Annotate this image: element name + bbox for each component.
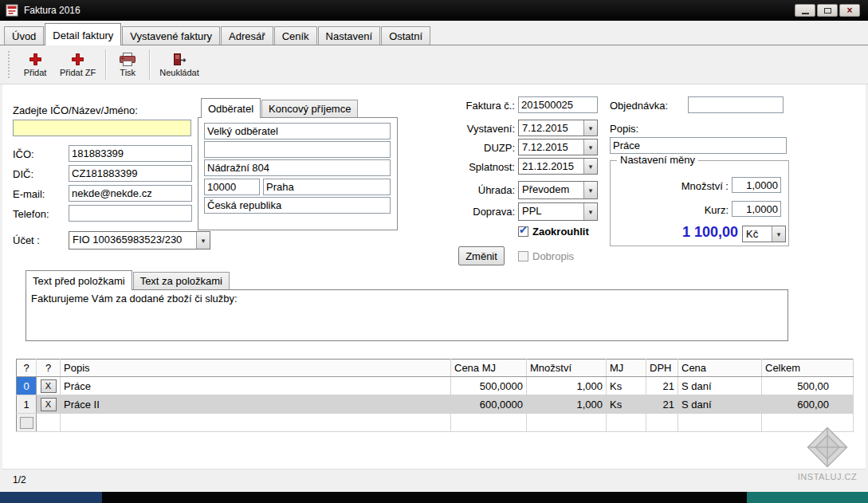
tab-vystavene-faktury[interactable]: Vystavené faktury — [122, 26, 220, 45]
description-label: Popis: — [610, 123, 638, 135]
cell-mj[interactable] — [607, 414, 646, 432]
order-input[interactable] — [688, 96, 784, 113]
credit-note-checkbox[interactable]: Dobropis — [518, 250, 574, 262]
toolbar-grip — [8, 51, 10, 78]
cell-popis[interactable] — [61, 414, 451, 432]
cell-popis[interactable]: Práce — [61, 377, 451, 395]
account-select[interactable]: FIO 100365983523/230 ▾ — [69, 231, 210, 250]
delete-cell — [37, 414, 61, 432]
due-label: Splatnost: — [439, 161, 515, 173]
payment-label: Úhrada: — [439, 184, 515, 196]
cell-mnozstvi[interactable]: 1,000 — [527, 377, 607, 395]
tab-odberatel[interactable]: Odběratel — [201, 98, 261, 118]
dont-save-button[interactable]: Neukládat — [153, 47, 206, 82]
window-body: Úvod Detail faktury Vystavené faktury Ad… — [0, 21, 868, 492]
tab-detail-faktury[interactable]: Detail faktury — [45, 23, 121, 45]
close-button[interactable]: × — [839, 4, 860, 17]
cell-cena[interactable]: S daní — [678, 395, 762, 414]
print-button[interactable]: Tisk — [109, 47, 146, 82]
col-header-rowsel[interactable]: ? — [17, 360, 37, 377]
add-button-label: Přidat — [24, 68, 47, 77]
col-header-popis[interactable]: Popis — [61, 360, 451, 377]
text-before-area[interactable]: Fakturujeme Vám za dodané zboží či služb… — [26, 289, 788, 341]
shipping-select[interactable]: PPL ▾ — [518, 202, 598, 221]
shipping-value: PPL — [519, 203, 583, 220]
col-header-cena-mj[interactable]: Cena MJ — [451, 360, 527, 377]
delete-row-button[interactable]: X — [41, 398, 57, 411]
address-country-input[interactable] — [204, 197, 391, 214]
tab-text-after[interactable]: Text za položkami — [133, 272, 230, 289]
tab-adresar[interactable]: Adresář — [221, 26, 273, 45]
cell-cena-mj[interactable]: 600,0000 — [451, 395, 527, 414]
checkbox-unchecked-icon — [518, 251, 528, 261]
tab-nastaveni[interactable]: Nastavení — [318, 26, 381, 45]
change-button[interactable]: Změnit — [458, 246, 505, 265]
row-header[interactable]: 1 — [17, 395, 37, 414]
address-zip-input[interactable] — [204, 179, 260, 195]
invoice-number-input[interactable] — [518, 96, 598, 113]
tab-cenik[interactable]: Ceník — [274, 26, 317, 45]
address-street-input[interactable] — [204, 159, 391, 176]
col-header-delete[interactable]: ? — [37, 360, 61, 377]
ico-input[interactable] — [69, 145, 192, 162]
tab-text-before[interactable]: Text před položkami — [26, 270, 132, 290]
page-indicator: 1/2 — [13, 474, 26, 485]
cell-cena-mj[interactable]: 500,0000 — [451, 377, 527, 395]
issued-date-picker[interactable]: 7.12.2015 ▾ — [518, 120, 598, 136]
add-button[interactable]: Přidat — [17, 47, 53, 82]
round-checkbox[interactable]: ✔ Zaokrouhlit — [518, 226, 589, 238]
cell-dph[interactable]: 21 — [646, 395, 678, 414]
add-zf-button[interactable]: Přidat ZF — [53, 47, 102, 82]
dic-input[interactable] — [69, 165, 192, 182]
ico-label: IČO: — [13, 148, 34, 160]
new-row-header[interactable] — [17, 414, 37, 432]
due-date-picker[interactable]: 21.12.2015 ▾ — [518, 158, 598, 175]
currency-rate-input[interactable] — [732, 201, 781, 217]
minimize-button[interactable] — [795, 4, 815, 17]
desktop-strip — [0, 492, 868, 503]
cell-cena[interactable] — [678, 414, 762, 432]
cell-mj[interactable]: Ks — [607, 395, 646, 414]
cell-popis[interactable]: Práce II — [61, 395, 451, 414]
phone-input[interactable] — [69, 205, 192, 222]
screen: { "colors": { "titlebar": "#0a0a0a", "hi… — [0, 0, 868, 503]
col-header-dph[interactable]: DPH — [646, 360, 678, 377]
cell-dph[interactable]: 21 — [646, 377, 678, 395]
payment-select[interactable]: Převodem ▾ — [518, 181, 598, 199]
cell-celkem[interactable]: 500,00 — [762, 377, 854, 395]
duzp-date-picker[interactable]: 7.12.2015 ▾ — [518, 139, 598, 155]
address-tabs: Odběratel Koncový příjemce — [201, 98, 359, 118]
cell-mj[interactable]: Ks — [607, 377, 646, 395]
tab-ostatni[interactable]: Ostatní — [381, 26, 430, 45]
customer-search-input[interactable] — [13, 120, 191, 136]
row-header[interactable]: 0 — [17, 377, 37, 395]
cell-cena[interactable]: S daní — [678, 377, 762, 395]
tab-koncovy-prijemce[interactable]: Koncový příjemce — [261, 100, 358, 117]
col-header-cena[interactable]: Cena — [678, 360, 762, 377]
col-header-mj[interactable]: MJ — [607, 360, 646, 377]
maximize-button[interactable] — [817, 4, 838, 17]
address-city-input[interactable] — [263, 179, 391, 195]
cell-celkem[interactable]: 600,00 — [762, 395, 854, 414]
address-name-input[interactable] — [204, 123, 391, 140]
address-name2-input[interactable] — [204, 141, 391, 158]
chevron-down-icon: ▾ — [583, 159, 597, 174]
tab-uvod[interactable]: Úvod — [4, 26, 44, 45]
email-input[interactable] — [69, 185, 192, 202]
chevron-down-icon: ▾ — [196, 232, 210, 249]
currency-qty-input[interactable] — [732, 177, 781, 193]
cell-cena-mj[interactable] — [451, 414, 527, 432]
description-input[interactable] — [610, 137, 787, 154]
cell-mnozstvi[interactable] — [527, 414, 607, 432]
delete-row-button[interactable]: X — [41, 379, 57, 393]
account-label: Účet : — [13, 234, 40, 246]
cell-mnozstvi[interactable]: 1,000 — [527, 395, 607, 414]
currency-select[interactable]: Kč ▾ — [742, 226, 786, 242]
col-header-celkem[interactable]: Celkem — [762, 360, 854, 377]
cell-dph[interactable] — [646, 414, 678, 432]
grid-new-row — [17, 414, 854, 432]
round-checkbox-label: Zaokrouhlit — [532, 226, 589, 238]
col-header-mnozstvi[interactable]: Množství — [527, 360, 607, 377]
toolbar-separator — [149, 49, 150, 80]
items-grid: ? ? Popis Cena MJ Množství MJ DPH Cena C… — [16, 359, 854, 432]
